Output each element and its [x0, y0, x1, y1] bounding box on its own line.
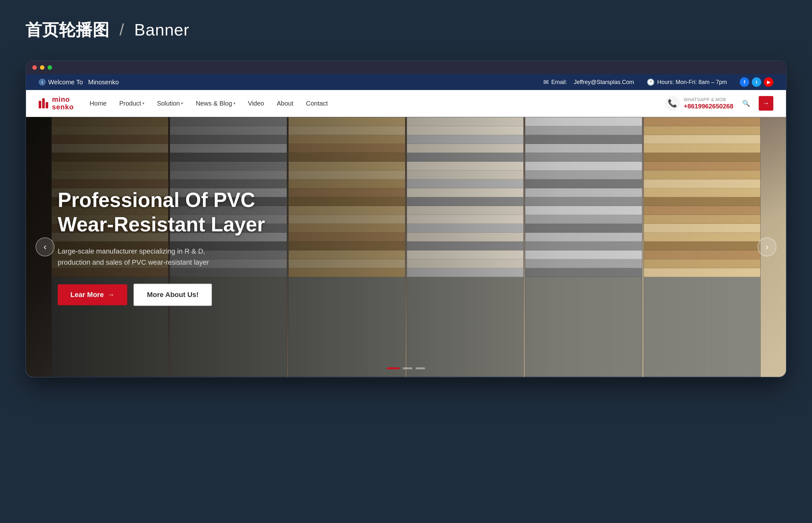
whatsapp-text: WHATSAPP & MOB +8619962650268	[684, 97, 733, 110]
carousel-dots	[387, 367, 425, 369]
nav-link-contact[interactable]: Contact	[306, 100, 328, 107]
top-bar-right: ✉ Email: Jeffrey@Starsplas.Com 🕐 Hours: …	[543, 77, 773, 87]
whatsapp-number: +8619962650268	[684, 102, 733, 110]
learn-more-button[interactable]: Lear More →	[58, 284, 127, 305]
nav-link-news[interactable]: News & Blog ▾	[196, 100, 235, 107]
nav-item-contact[interactable]: Contact	[306, 100, 328, 107]
chevron-down-icon: ▾	[233, 101, 235, 106]
page-title: 首页轮播图 / Banner	[25, 19, 189, 41]
nav-item-home[interactable]: Home	[90, 100, 107, 107]
carousel-prev-button[interactable]: ‹	[36, 237, 55, 256]
clock-icon: 🕐	[647, 78, 655, 86]
logo-bar-3	[46, 102, 48, 108]
browser-window: i Welcome To Minosenko ✉ Email: Jeffrey@…	[25, 60, 787, 378]
brand-bottom: senko	[52, 103, 74, 111]
nav-link-product[interactable]: Product ▾	[119, 100, 144, 107]
hero-content: Professional Of PVC Wear-Resistant Layer…	[58, 188, 280, 306]
logo-bar-1	[39, 101, 41, 108]
logo-icon	[39, 98, 48, 108]
top-bar: i Welcome To Minosenko ✉ Email: Jeffrey@…	[26, 74, 786, 90]
nav-link-solution[interactable]: Solution ▾	[157, 100, 183, 107]
navbar: mino senko Home Product ▾ Solution ▾	[26, 90, 786, 117]
hero-buttons: Lear More → More About Us!	[58, 284, 280, 306]
nav-item-about[interactable]: About	[277, 100, 293, 107]
brand-name: Minosenko	[88, 78, 119, 86]
carousel-dot-1[interactable]	[387, 367, 400, 369]
nav-item-news[interactable]: News & Blog ▾	[196, 100, 235, 107]
nav-left: mino senko Home Product ▾ Solution ▾	[39, 96, 328, 111]
nav-item-solution[interactable]: Solution ▾	[157, 100, 183, 107]
hero-title: Professional Of PVC Wear-Resistant Layer	[58, 188, 280, 237]
email-value: Jeffrey@Starsplas.Com	[574, 79, 634, 86]
nav-item-video[interactable]: Video	[248, 100, 264, 107]
title-zh: 首页轮播图	[25, 21, 109, 39]
browser-minimize-dot	[40, 65, 45, 70]
browser-close-dot	[32, 65, 37, 70]
email-label: Email:	[551, 79, 567, 86]
nav-item-product[interactable]: Product ▾	[119, 100, 144, 107]
top-bar-left: i Welcome To Minosenko	[39, 78, 119, 86]
nav-link-home[interactable]: Home	[90, 100, 107, 107]
hero-banner: Professional Of PVC Wear-Resistant Layer…	[26, 117, 786, 377]
hours-value: Hours: Mon-Fri: 8am – 7pm	[657, 79, 727, 86]
whatsapp-block: 📞 WHATSAPP & MOB +8619962650268	[665, 96, 733, 111]
nav-link-about[interactable]: About	[277, 100, 293, 107]
arrow-icon: →	[107, 291, 114, 299]
carousel-dot-3[interactable]	[416, 367, 425, 369]
chevron-down-icon: ▾	[142, 101, 144, 106]
search-button[interactable]: 🔍	[740, 97, 752, 110]
whatsapp-label: WHATSAPP & MOB	[684, 97, 733, 102]
chevron-down-icon: ▾	[181, 101, 183, 106]
logo[interactable]: mino senko	[39, 96, 74, 111]
browser-maximize-dot	[48, 65, 52, 70]
email-icon: ✉	[543, 78, 549, 86]
email-contact: ✉ Email: Jeffrey@Starsplas.Com	[543, 78, 634, 86]
facebook-icon[interactable]: f	[740, 77, 749, 87]
info-icon: i	[39, 78, 46, 86]
youtube-icon[interactable]: ▶	[764, 77, 773, 87]
nav-cta-button[interactable]: →	[759, 96, 773, 111]
twitter-icon[interactable]: t	[752, 77, 761, 87]
nav-right: 📞 WHATSAPP & MOB +8619962650268 🔍 →	[665, 96, 773, 111]
browser-chrome	[26, 61, 786, 74]
welcome-text: Welcome To Minosenko	[48, 78, 119, 86]
social-icons: f t ▶	[740, 77, 773, 87]
phone-icon: 📞	[665, 96, 680, 111]
carousel-next-button[interactable]: ›	[757, 237, 776, 256]
logo-bar-2	[42, 98, 45, 108]
nav-menu: Home Product ▾ Solution ▾ News & Blog ▾ …	[90, 100, 328, 107]
about-us-button[interactable]: More About Us!	[134, 284, 212, 306]
carousel-dot-2[interactable]	[403, 367, 412, 369]
title-en: Banner	[134, 21, 189, 39]
hours-contact: 🕐 Hours: Mon-Fri: 8am – 7pm	[647, 78, 727, 86]
logo-text: mino senko	[52, 96, 74, 111]
hero-description: Large-scale manufacturer specializing in…	[58, 246, 235, 268]
nav-link-video[interactable]: Video	[248, 100, 264, 107]
website-content: i Welcome To Minosenko ✉ Email: Jeffrey@…	[26, 74, 786, 377]
brand-top: mino	[52, 96, 74, 103]
